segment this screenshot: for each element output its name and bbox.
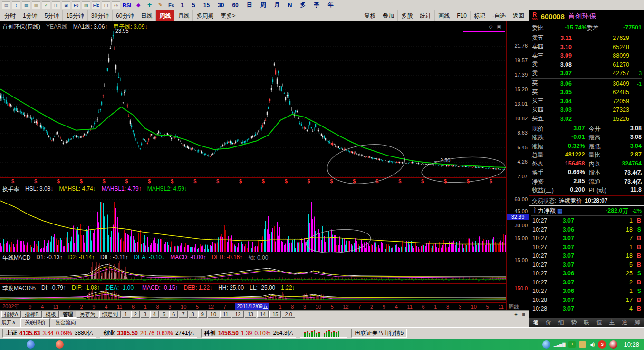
zoom-in-icon[interactable]: +: [514, 311, 517, 317]
period-button-多周期[interactable]: 多周期: [193, 10, 217, 21]
bid-row[interactable]: 买二3.0562485: [529, 88, 644, 97]
indicator-button-指标A[interactable]: 指标A: [1, 311, 21, 318]
period-shortcut-日[interactable]: 日: [247, 1, 252, 9]
ask-row[interactable]: 卖四3.1065248: [529, 43, 644, 52]
quote-tab-笔[interactable]: 笔: [529, 318, 542, 327]
action-button-画线[interactable]: 画线: [435, 10, 453, 21]
action-button-返回[interactable]: 返回: [509, 10, 528, 21]
monitor-icon[interactable]: ⊞: [62, 1, 70, 9]
check-icon[interactable]: ✓: [42, 1, 50, 9]
period-shortcut-周[interactable]: 周: [260, 1, 266, 9]
indicator-button-2.0[interactable]: 2.0: [282, 311, 295, 318]
tick-row[interactable]: 10:283.074B: [529, 304, 644, 313]
period-button-周线[interactable]: 周线: [156, 10, 174, 21]
quote-tab-细[interactable]: 细: [555, 318, 568, 327]
sogou-icon[interactable]: S: [598, 340, 606, 349]
expand-toggle[interactable]: 展开∧: [1, 319, 16, 326]
quote-tab-联[interactable]: 联: [580, 318, 593, 327]
index-cell[interactable]: 上证4135.633.640.09%3880亿: [2, 329, 96, 338]
indicator-button-绑定到[interactable]: 绑定到: [99, 311, 121, 318]
bid-row[interactable]: 买三3.0472059: [529, 97, 644, 106]
indicator-button-9[interactable]: 9: [198, 311, 207, 318]
updown-icon[interactable]: ↕: [12, 1, 20, 9]
ask-row[interactable]: 卖五3.1127629: [529, 34, 644, 43]
indicator-button-模板[interactable]: 模板: [43, 311, 59, 318]
news-icon[interactable]: ▤: [2, 1, 10, 9]
tick-row[interactable]: 10:273.0625S: [529, 269, 644, 278]
period-shortcut-5[interactable]: 5: [192, 2, 195, 9]
subtab-关联报价[interactable]: 关联报价: [20, 318, 50, 327]
indicator-button-14[interactable]: 14: [257, 311, 269, 318]
window-icon[interactable]: ▣: [497, 23, 501, 29]
screen-icon[interactable]: ▢: [102, 1, 110, 9]
quote-tab-筹[interactable]: 筹: [631, 318, 644, 327]
period-shortcut-N[interactable]: N: [288, 2, 292, 9]
index-cell[interactable]: 科创1456.501.390.10%264.3亿: [201, 329, 297, 338]
taskbar-app-red-icon[interactable]: [56, 340, 64, 349]
indicator-button-3[interactable]: 3: [141, 311, 149, 318]
ask-row[interactable]: 卖三3.0988099: [529, 51, 644, 60]
period-shortcut-30[interactable]: 30: [218, 2, 224, 9]
tick-row[interactable]: 10:273.071B: [529, 216, 644, 225]
rsi-button[interactable]: RSI: [122, 1, 132, 9]
indicator-button-13[interactable]: 13: [245, 311, 256, 318]
menu-icon[interactable]: ≡: [522, 311, 525, 317]
period-button-日线[interactable]: 日线: [137, 10, 156, 21]
indicator-button-6[interactable]: 6: [169, 311, 178, 318]
taskbar-app-blue-icon[interactable]: [27, 340, 35, 349]
grid-icon[interactable]: ▧: [82, 1, 90, 9]
period-shortcut-多[interactable]: 多: [300, 1, 306, 9]
quote-tab-势[interactable]: 势: [567, 318, 580, 327]
ask-row[interactable]: 卖一3.0742757-3: [529, 69, 644, 78]
folder-icon[interactable]: [579, 341, 586, 348]
target-icon[interactable]: ◎: [112, 1, 120, 9]
period-button-分时[interactable]: 分时: [1, 10, 19, 21]
index-cell[interactable]: 创业3305.5020.760.63%2741亿: [100, 329, 197, 338]
pencil-icon[interactable]: ✎: [155, 1, 165, 9]
action-button-叠加[interactable]: 叠加: [379, 10, 398, 21]
subtab-资金流向[interactable]: 资金流向: [51, 318, 80, 327]
quote-tab-逆[interactable]: 逆: [618, 318, 631, 327]
tick-row[interactable]: 10:273.072B: [529, 278, 644, 287]
period-shortcut-年[interactable]: 年: [327, 1, 333, 9]
period-shortcut-季[interactable]: 季: [314, 1, 319, 9]
fs-button[interactable]: Fs: [166, 1, 176, 9]
action-button-复权[interactable]: 复权: [361, 10, 379, 21]
period-button-30分钟[interactable]: 30分钟: [88, 10, 113, 21]
period-button-更多>[interactable]: 更多>: [217, 10, 239, 21]
indicator-button-7[interactable]: 7: [179, 311, 187, 318]
main-chart[interactable]: 首创环保(周线)YEAR线MA1线: 3.06↑甲子线: 3.09↓ 换手率HS…: [0, 21, 506, 310]
tick-row[interactable]: 10:283.0717B: [529, 296, 644, 305]
qq-icon[interactable]: [609, 340, 617, 349]
indicator-button-5[interactable]: 5: [160, 311, 168, 318]
indicator-button-2[interactable]: 2: [131, 311, 140, 318]
list-icon[interactable]: ▥: [32, 1, 40, 9]
indicator-button-11[interactable]: 11: [220, 311, 231, 318]
bid-row[interactable]: 买一3.0630409-1: [529, 79, 644, 88]
diamond-outline-icon[interactable]: ◇: [489, 23, 492, 29]
action-button-标记[interactable]: 标记: [471, 10, 489, 21]
action-button-多股[interactable]: 多股: [398, 10, 416, 21]
bid-row[interactable]: 买四3.0327323: [529, 106, 644, 115]
indicator-button-管理[interactable]: 管理: [60, 311, 76, 318]
indicator-button-指标B[interactable]: 指标B: [22, 311, 41, 318]
board-icon[interactable]: ▦: [22, 1, 30, 9]
tick-row[interactable]: 10:273.0718B: [529, 252, 644, 261]
indicator-button-10[interactable]: 10: [208, 311, 219, 318]
period-button-60分钟[interactable]: 60分钟: [113, 10, 137, 21]
quote-tab-值[interactable]: 值: [593, 318, 606, 327]
tick-row[interactable]: 10:273.075B: [529, 261, 644, 270]
chart-icon[interactable]: ◫: [52, 1, 60, 9]
tick-row[interactable]: 10:273.0618S: [529, 225, 644, 234]
period-button-月线[interactable]: 月线: [174, 10, 193, 21]
indicator-button-1[interactable]: 1: [122, 311, 130, 318]
cross-icon[interactable]: ✚: [144, 1, 154, 9]
period-shortcut-60[interactable]: 60: [232, 2, 238, 9]
security-shield-icon[interactable]: +: [568, 341, 576, 348]
volume-icon[interactable]: ◀): [589, 342, 595, 347]
network-icon[interactable]: [542, 340, 550, 349]
tick-row[interactable]: 10:273.061S: [529, 287, 644, 296]
tick-row[interactable]: 10:273.077B: [529, 234, 644, 243]
fn-icon[interactable]: F0: [72, 1, 80, 9]
indicator-button-4[interactable]: 4: [150, 311, 159, 318]
